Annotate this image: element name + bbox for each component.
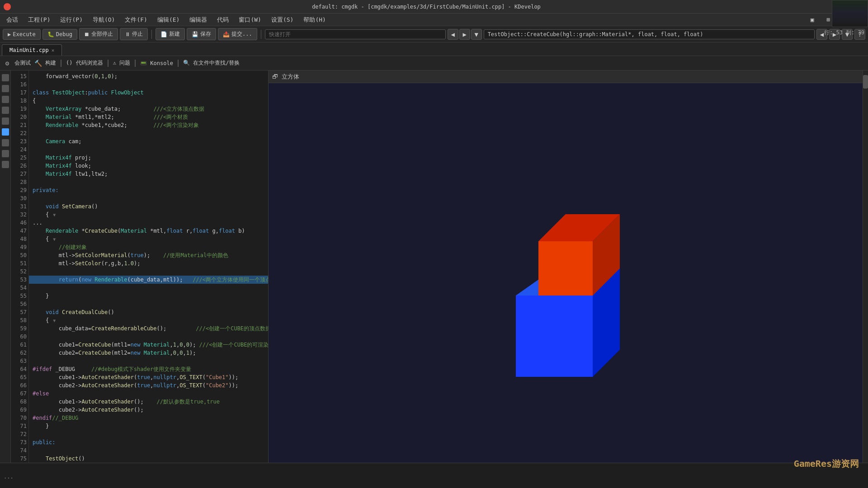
menu-code[interactable]: 代码 (212, 14, 233, 26)
left-sidebar (0, 70, 11, 463)
sidebar-icon-3[interactable] (2, 96, 9, 103)
sidebar-icon-5[interactable] (2, 117, 9, 125)
sidebar-icon-6[interactable] (2, 128, 9, 136)
build-label[interactable]: 构建 (45, 59, 56, 67)
test-label[interactable]: 会测试 (14, 59, 31, 67)
cube-scene-svg (480, 164, 651, 381)
menu-edit[interactable]: 编辑(E) (153, 14, 184, 26)
sep3 (135, 60, 136, 67)
sidebar-icon-7[interactable] (2, 139, 9, 146)
nav-dropdown-button[interactable]: ▼ (471, 29, 482, 40)
menu-project[interactable]: 工程(P) (24, 14, 55, 26)
nav-back-button[interactable]: ◀ (448, 29, 458, 40)
scroll-thumb[interactable] (863, 75, 868, 89)
separator-2 (261, 30, 261, 39)
menu-settings[interactable]: 设置(S) (267, 14, 298, 26)
cursor-position: 行: 53 列: 79 (824, 29, 864, 37)
bottom-tabs-toolbar: ⚙ 会测试 🔨 构建 () 代码浏览器 ⚠ 问题 📟 Konsole 🔍 在文件… (0, 56, 868, 70)
tab-close-button[interactable]: ✕ (52, 47, 55, 53)
main-area: 15 16 17 18 19 20 21 22 23 24 25 26 27 2… (0, 70, 868, 463)
menu-window[interactable]: 窗口(W) (234, 14, 265, 26)
code-editor-panel: 15 16 17 18 19 20 21 22 23 24 25 26 27 2… (11, 70, 269, 463)
preview-title: 立方体 (282, 73, 299, 81)
konsole-label[interactable]: 📟 Konsole (140, 60, 173, 66)
stop-all-button[interactable]: ⏹ 全部停止 (79, 28, 118, 40)
menu-file[interactable]: 文件(F) (120, 14, 151, 26)
debug-button[interactable]: 🐛 Debug (42, 29, 77, 40)
execute-button[interactable]: ▶ Execute (3, 29, 41, 40)
sep (61, 60, 61, 67)
new-button[interactable]: 📄 新建 (156, 28, 185, 40)
tab-bar: MainUnit.cpp ✕ (0, 42, 868, 56)
sidebar-icon-9[interactable] (2, 161, 9, 168)
menu-editor[interactable]: 编辑器 (185, 14, 212, 26)
tab-mainunit[interactable]: MainUnit.cpp ✕ (2, 44, 62, 56)
sidebar-icon-8[interactable] (2, 150, 9, 157)
right-scrollbar[interactable] (863, 70, 868, 463)
nav-arrows: ◀ ▶ ▼ (448, 29, 482, 40)
app-icon (4, 3, 11, 10)
function-nav[interactable]: TestObject::CreateCube(hgl::graph::Mater… (484, 29, 815, 39)
sidebar-icon-2[interactable] (2, 85, 9, 92)
title-bar: default: cmgdk - [cmgdk/examples/3d/Firs… (0, 0, 868, 14)
preview-panel: 🗗 立方体 (269, 70, 863, 463)
build-icon[interactable]: 🔨 (33, 59, 42, 68)
menu-help[interactable]: 帮助(H) (299, 14, 330, 26)
preview-title-bar: 🗗 立方体 (269, 70, 863, 83)
main-toolbar: ▶ Execute 🐛 Debug ⏹ 全部停止 ⏸ 停止 📄 新建 💾 保存 … (0, 26, 868, 42)
menu-navigate[interactable]: 导航(O) (88, 14, 119, 26)
code-browser-label[interactable]: () 代码浏览器 (66, 59, 103, 67)
preview-window-icon: 🗗 (272, 73, 278, 80)
sep2 (108, 60, 108, 67)
separator-1 (151, 30, 152, 39)
window-title: default: cmgdk - [cmgdk/examples/3d/Firs… (11, 4, 842, 10)
commit-button[interactable]: 📤 提交... (218, 28, 257, 40)
red-front-face (538, 241, 593, 296)
sep4 (178, 60, 179, 67)
quick-open-input[interactable] (265, 29, 446, 39)
find-in-files-label[interactable]: 🔍 在文件中查找/替换 (183, 59, 240, 67)
code-content: 15 16 17 18 19 20 21 22 23 24 25 26 27 2… (11, 70, 268, 463)
bottom-placeholder: ... (4, 474, 14, 480)
menu-bar: 会话 工程(P) 运行(P) 导航(O) 文件(F) 编辑(E) 编辑器 代码 … (0, 14, 868, 26)
code-text[interactable]: forward_vector(0,1,0); class TestObject:… (29, 70, 268, 463)
sidebar-icon-4[interactable] (2, 107, 9, 114)
menu-session[interactable]: 会话 (2, 14, 23, 26)
issues-label[interactable]: ⚠ 问题 (113, 59, 130, 67)
bottom-panel: ... (0, 463, 868, 488)
line-numbers: 15 16 17 18 19 20 21 22 23 24 25 26 27 2… (11, 70, 29, 463)
session-btn[interactable]: ▣ (806, 14, 819, 25)
stop-button[interactable]: ⏸ 停止 (120, 28, 148, 40)
nav-forward-button[interactable]: ▶ (459, 29, 470, 40)
save-button[interactable]: 💾 保存 (187, 28, 216, 40)
test-icon[interactable]: ⚙ (3, 59, 12, 68)
preview-canvas (269, 83, 863, 463)
sidebar-icon-1[interactable] (2, 74, 9, 81)
blue-front-face (516, 296, 593, 377)
menu-run[interactable]: 运行(P) (56, 14, 87, 26)
tab-label: MainUnit.cpp (9, 47, 49, 53)
